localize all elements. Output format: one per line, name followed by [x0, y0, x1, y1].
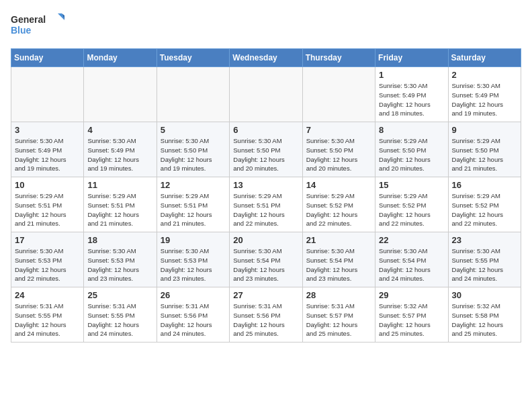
calendar-cell: 29Sunrise: 5:32 AM Sunset: 5:57 PM Dayli… [375, 287, 448, 342]
calendar-cell: 23Sunrise: 5:30 AM Sunset: 5:55 PM Dayli… [448, 232, 521, 287]
calendar-body: 1Sunrise: 5:30 AM Sunset: 5:49 PM Daylig… [11, 67, 521, 342]
weekday-header: Friday [375, 49, 448, 67]
day-info: Sunrise: 5:30 AM Sunset: 5:54 PM Dayligh… [306, 246, 371, 283]
day-number: 21 [306, 235, 371, 245]
day-number: 26 [161, 290, 226, 300]
day-info: Sunrise: 5:29 AM Sunset: 5:50 PM Dayligh… [452, 136, 517, 173]
day-number: 3 [15, 125, 80, 135]
weekday-header: Tuesday [157, 49, 229, 67]
day-number: 7 [306, 125, 371, 135]
calendar-cell: 4Sunrise: 5:30 AM Sunset: 5:49 PM Daylig… [84, 122, 157, 177]
calendar-cell: 5Sunrise: 5:30 AM Sunset: 5:50 PM Daylig… [157, 122, 229, 177]
day-number: 8 [379, 125, 444, 135]
day-number: 20 [233, 235, 298, 245]
day-info: Sunrise: 5:30 AM Sunset: 5:53 PM Dayligh… [87, 246, 152, 283]
day-info: Sunrise: 5:30 AM Sunset: 5:53 PM Dayligh… [161, 246, 226, 283]
page-header: General Blue [11, 11, 521, 40]
calendar-cell [84, 67, 157, 122]
weekday-header: Thursday [302, 49, 375, 67]
weekday-row: SundayMondayTuesdayWednesdayThursdayFrid… [11, 49, 521, 67]
day-number: 10 [15, 180, 80, 190]
day-info: Sunrise: 5:31 AM Sunset: 5:56 PM Dayligh… [161, 302, 226, 338]
calendar-table: SundayMondayTuesdayWednesdayThursdayFrid… [11, 48, 521, 342]
day-info: Sunrise: 5:29 AM Sunset: 5:50 PM Dayligh… [379, 136, 444, 173]
calendar-cell: 14Sunrise: 5:29 AM Sunset: 5:52 PM Dayli… [302, 177, 375, 232]
calendar-cell: 24Sunrise: 5:31 AM Sunset: 5:55 PM Dayli… [11, 287, 84, 342]
day-number: 11 [87, 180, 152, 190]
calendar-cell: 19Sunrise: 5:30 AM Sunset: 5:53 PM Dayli… [157, 232, 229, 287]
day-number: 18 [87, 235, 152, 245]
day-info: Sunrise: 5:30 AM Sunset: 5:55 PM Dayligh… [452, 246, 517, 283]
day-number: 28 [306, 290, 371, 300]
day-number: 9 [452, 125, 517, 135]
day-info: Sunrise: 5:30 AM Sunset: 5:54 PM Dayligh… [233, 246, 298, 283]
day-info: Sunrise: 5:30 AM Sunset: 5:54 PM Dayligh… [379, 246, 444, 283]
calendar-cell [230, 67, 302, 122]
day-info: Sunrise: 5:32 AM Sunset: 5:57 PM Dayligh… [379, 302, 444, 338]
calendar-cell: 18Sunrise: 5:30 AM Sunset: 5:53 PM Dayli… [84, 232, 157, 287]
calendar-cell: 8Sunrise: 5:29 AM Sunset: 5:50 PM Daylig… [375, 122, 448, 177]
calendar-cell: 21Sunrise: 5:30 AM Sunset: 5:54 PM Dayli… [302, 232, 375, 287]
calendar-cell: 26Sunrise: 5:31 AM Sunset: 5:56 PM Dayli… [157, 287, 229, 342]
day-info: Sunrise: 5:31 AM Sunset: 5:56 PM Dayligh… [233, 302, 298, 338]
weekday-header: Monday [84, 49, 157, 67]
day-info: Sunrise: 5:31 AM Sunset: 5:55 PM Dayligh… [87, 302, 152, 338]
calendar-week-row: 10Sunrise: 5:29 AM Sunset: 5:51 PM Dayli… [11, 177, 521, 232]
day-number: 5 [161, 125, 226, 135]
day-number: 24 [15, 290, 80, 300]
day-info: Sunrise: 5:31 AM Sunset: 5:55 PM Dayligh… [15, 302, 80, 338]
day-info: Sunrise: 5:30 AM Sunset: 5:50 PM Dayligh… [233, 136, 298, 173]
day-info: Sunrise: 5:30 AM Sunset: 5:50 PM Dayligh… [161, 136, 226, 173]
day-number: 27 [233, 290, 298, 300]
day-number: 16 [452, 180, 517, 190]
calendar-cell: 12Sunrise: 5:29 AM Sunset: 5:51 PM Dayli… [157, 177, 229, 232]
logo: General Blue [11, 11, 64, 40]
calendar-cell: 22Sunrise: 5:30 AM Sunset: 5:54 PM Dayli… [375, 232, 448, 287]
weekday-header: Saturday [448, 49, 521, 67]
day-info: Sunrise: 5:30 AM Sunset: 5:49 PM Dayligh… [87, 136, 152, 173]
day-info: Sunrise: 5:29 AM Sunset: 5:52 PM Dayligh… [306, 191, 371, 228]
calendar-cell [11, 67, 84, 122]
weekday-header: Sunday [11, 49, 84, 67]
calendar-cell: 25Sunrise: 5:31 AM Sunset: 5:55 PM Dayli… [84, 287, 157, 342]
day-number: 15 [379, 180, 444, 190]
calendar-cell: 28Sunrise: 5:31 AM Sunset: 5:57 PM Dayli… [302, 287, 375, 342]
day-info: Sunrise: 5:29 AM Sunset: 5:51 PM Dayligh… [87, 191, 152, 228]
calendar-header: SundayMondayTuesdayWednesdayThursdayFrid… [11, 49, 521, 67]
calendar-cell: 1Sunrise: 5:30 AM Sunset: 5:49 PM Daylig… [375, 67, 448, 122]
svg-text:Blue: Blue [11, 25, 32, 36]
svg-text:General: General [11, 14, 46, 25]
day-number: 23 [452, 235, 517, 245]
day-number: 30 [452, 290, 517, 300]
day-number: 19 [161, 235, 226, 245]
day-number: 13 [233, 180, 298, 190]
calendar-cell: 15Sunrise: 5:29 AM Sunset: 5:52 PM Dayli… [375, 177, 448, 232]
calendar-cell [157, 67, 229, 122]
calendar-week-row: 17Sunrise: 5:30 AM Sunset: 5:53 PM Dayli… [11, 232, 521, 287]
calendar-cell [302, 67, 375, 122]
day-number: 4 [87, 125, 152, 135]
calendar-week-row: 3Sunrise: 5:30 AM Sunset: 5:49 PM Daylig… [11, 122, 521, 177]
day-info: Sunrise: 5:29 AM Sunset: 5:51 PM Dayligh… [15, 191, 80, 228]
day-number: 12 [161, 180, 226, 190]
day-number: 25 [87, 290, 152, 300]
calendar-cell: 13Sunrise: 5:29 AM Sunset: 5:51 PM Dayli… [230, 177, 302, 232]
calendar-cell: 30Sunrise: 5:32 AM Sunset: 5:58 PM Dayli… [448, 287, 521, 342]
calendar-cell: 2Sunrise: 5:30 AM Sunset: 5:49 PM Daylig… [448, 67, 521, 122]
weekday-header: Wednesday [230, 49, 302, 67]
day-info: Sunrise: 5:29 AM Sunset: 5:51 PM Dayligh… [233, 191, 298, 228]
day-number: 14 [306, 180, 371, 190]
day-info: Sunrise: 5:29 AM Sunset: 5:52 PM Dayligh… [379, 191, 444, 228]
calendar-week-row: 1Sunrise: 5:30 AM Sunset: 5:49 PM Daylig… [11, 67, 521, 122]
calendar-cell: 10Sunrise: 5:29 AM Sunset: 5:51 PM Dayli… [11, 177, 84, 232]
calendar-cell: 20Sunrise: 5:30 AM Sunset: 5:54 PM Dayli… [230, 232, 302, 287]
calendar-cell: 7Sunrise: 5:30 AM Sunset: 5:50 PM Daylig… [302, 122, 375, 177]
day-info: Sunrise: 5:29 AM Sunset: 5:52 PM Dayligh… [452, 191, 517, 228]
day-info: Sunrise: 5:30 AM Sunset: 5:49 PM Dayligh… [379, 81, 444, 118]
day-number: 17 [15, 235, 80, 245]
day-number: 29 [379, 290, 444, 300]
day-info: Sunrise: 5:30 AM Sunset: 5:49 PM Dayligh… [452, 81, 517, 118]
day-info: Sunrise: 5:31 AM Sunset: 5:57 PM Dayligh… [306, 302, 371, 338]
day-number: 1 [379, 70, 444, 80]
day-number: 2 [452, 70, 517, 80]
